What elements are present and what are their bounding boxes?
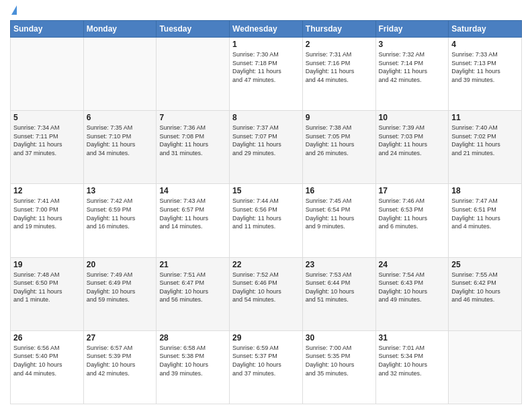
day-number: 10 [379,113,446,122]
day-info: Sunrise: 7:37 AM Sunset: 7:07 PM Dayligh… [232,124,300,157]
calendar-cell: 16Sunrise: 7:45 AM Sunset: 6:54 PM Dayli… [302,184,375,257]
calendar-header-tuesday: Tuesday [157,21,230,38]
calendar-cell: 24Sunrise: 7:54 AM Sunset: 6:43 PM Dayli… [375,257,449,330]
calendar-cell: 27Sunrise: 6:57 AM Sunset: 5:39 PM Dayli… [83,330,157,404]
day-info: Sunrise: 7:48 AM Sunset: 6:50 PM Dayligh… [13,271,81,304]
day-number: 18 [451,186,519,195]
calendar-cell: 12Sunrise: 7:41 AM Sunset: 7:00 PM Dayli… [11,184,84,257]
day-number: 1 [232,40,300,49]
calendar-cell: 22Sunrise: 7:52 AM Sunset: 6:46 PM Dayli… [230,257,303,330]
day-number: 12 [13,186,81,195]
day-info: Sunrise: 7:31 AM Sunset: 7:16 PM Dayligh… [306,50,373,84]
calendar-cell [11,38,84,111]
calendar-header-friday: Friday [375,21,449,38]
day-info: Sunrise: 7:45 AM Sunset: 6:54 PM Dayligh… [306,197,373,230]
calendar-cell: 29Sunrise: 6:59 AM Sunset: 5:37 PM Dayli… [230,330,303,404]
calendar-header-row: SundayMondayTuesdayWednesdayThursdayFrid… [11,21,522,38]
day-number: 15 [232,186,300,195]
day-number: 28 [159,333,226,342]
day-info: Sunrise: 7:41 AM Sunset: 7:00 PM Dayligh… [13,197,81,230]
day-info: Sunrise: 7:01 AM Sunset: 5:34 PM Dayligh… [379,344,446,377]
day-number: 23 [306,260,373,269]
logo-icon [11,5,17,15]
day-number: 24 [379,260,446,269]
calendar-cell: 9Sunrise: 7:38 AM Sunset: 7:05 PM Daylig… [302,111,375,184]
day-info: Sunrise: 7:30 AM Sunset: 7:18 PM Dayligh… [232,50,300,84]
calendar-header-saturday: Saturday [449,21,522,38]
calendar-cell: 17Sunrise: 7:46 AM Sunset: 6:53 PM Dayli… [375,184,449,257]
day-number: 14 [159,186,226,195]
calendar-cell: 28Sunrise: 6:58 AM Sunset: 5:38 PM Dayli… [157,330,230,404]
day-number: 9 [306,113,373,122]
day-info: Sunrise: 6:57 AM Sunset: 5:39 PM Dayligh… [87,344,154,377]
day-info: Sunrise: 7:53 AM Sunset: 6:44 PM Dayligh… [306,271,373,304]
day-number: 6 [87,113,154,122]
day-number: 19 [13,260,81,269]
day-number: 26 [13,333,81,342]
day-number: 17 [379,186,446,195]
day-info: Sunrise: 7:33 AM Sunset: 7:13 PM Dayligh… [451,50,519,84]
calendar-cell: 23Sunrise: 7:53 AM Sunset: 6:44 PM Dayli… [302,257,375,330]
calendar-cell [449,330,522,404]
day-number: 8 [232,113,300,122]
day-number: 4 [451,40,519,49]
day-info: Sunrise: 7:54 AM Sunset: 6:43 PM Dayligh… [379,271,446,304]
day-info: Sunrise: 6:56 AM Sunset: 5:40 PM Dayligh… [13,344,81,377]
header [10,7,522,15]
day-info: Sunrise: 7:49 AM Sunset: 6:49 PM Dayligh… [87,271,154,304]
day-number: 29 [232,333,300,342]
day-info: Sunrise: 7:44 AM Sunset: 6:56 PM Dayligh… [232,197,300,230]
calendar-header-sunday: Sunday [11,21,84,38]
calendar-cell: 8Sunrise: 7:37 AM Sunset: 7:07 PM Daylig… [230,111,303,184]
logo [10,7,17,15]
calendar-cell [157,38,230,111]
day-number: 31 [379,333,446,342]
day-info: Sunrise: 7:47 AM Sunset: 6:51 PM Dayligh… [451,197,519,230]
calendar-week-3: 12Sunrise: 7:41 AM Sunset: 7:00 PM Dayli… [11,184,522,257]
calendar-header-wednesday: Wednesday [230,21,303,38]
calendar-cell: 13Sunrise: 7:42 AM Sunset: 6:59 PM Dayli… [83,184,157,257]
calendar-cell: 26Sunrise: 6:56 AM Sunset: 5:40 PM Dayli… [11,330,84,404]
calendar-cell: 5Sunrise: 7:34 AM Sunset: 7:11 PM Daylig… [11,111,84,184]
calendar-week-5: 26Sunrise: 6:56 AM Sunset: 5:40 PM Dayli… [11,330,522,404]
calendar-cell: 3Sunrise: 7:32 AM Sunset: 7:14 PM Daylig… [375,38,449,111]
calendar-cell: 2Sunrise: 7:31 AM Sunset: 7:16 PM Daylig… [302,38,375,111]
calendar: SundayMondayTuesdayWednesdayThursdayFrid… [10,20,522,404]
day-info: Sunrise: 7:55 AM Sunset: 6:42 PM Dayligh… [451,271,519,304]
calendar-cell: 7Sunrise: 7:36 AM Sunset: 7:08 PM Daylig… [157,111,230,184]
day-info: Sunrise: 7:43 AM Sunset: 6:57 PM Dayligh… [159,197,226,230]
calendar-header-monday: Monday [83,21,157,38]
day-info: Sunrise: 7:51 AM Sunset: 6:47 PM Dayligh… [159,271,226,304]
calendar-cell: 20Sunrise: 7:49 AM Sunset: 6:49 PM Dayli… [83,257,157,330]
day-number: 7 [159,113,226,122]
day-number: 13 [87,186,154,195]
day-number: 3 [379,40,446,49]
day-number: 21 [159,260,226,269]
day-info: Sunrise: 7:46 AM Sunset: 6:53 PM Dayligh… [379,197,446,230]
calendar-cell: 18Sunrise: 7:47 AM Sunset: 6:51 PM Dayli… [449,184,522,257]
day-info: Sunrise: 7:36 AM Sunset: 7:08 PM Dayligh… [159,124,226,157]
day-number: 27 [87,333,154,342]
calendar-cell: 14Sunrise: 7:43 AM Sunset: 6:57 PM Dayli… [157,184,230,257]
day-number: 22 [232,260,300,269]
calendar-week-2: 5Sunrise: 7:34 AM Sunset: 7:11 PM Daylig… [11,111,522,184]
day-info: Sunrise: 7:35 AM Sunset: 7:10 PM Dayligh… [87,124,154,157]
day-info: Sunrise: 7:00 AM Sunset: 5:35 PM Dayligh… [306,344,373,377]
day-info: Sunrise: 7:34 AM Sunset: 7:11 PM Dayligh… [13,124,81,157]
day-info: Sunrise: 6:58 AM Sunset: 5:38 PM Dayligh… [159,344,226,377]
day-info: Sunrise: 7:52 AM Sunset: 6:46 PM Dayligh… [232,271,300,304]
calendar-week-1: 1Sunrise: 7:30 AM Sunset: 7:18 PM Daylig… [11,38,522,111]
day-info: Sunrise: 6:59 AM Sunset: 5:37 PM Dayligh… [232,344,300,377]
calendar-cell: 30Sunrise: 7:00 AM Sunset: 5:35 PM Dayli… [302,330,375,404]
day-number: 20 [87,260,154,269]
calendar-cell: 10Sunrise: 7:39 AM Sunset: 7:03 PM Dayli… [375,111,449,184]
day-info: Sunrise: 7:42 AM Sunset: 6:59 PM Dayligh… [87,197,154,230]
day-number: 2 [306,40,373,49]
day-info: Sunrise: 7:40 AM Sunset: 7:02 PM Dayligh… [451,124,519,157]
calendar-cell: 1Sunrise: 7:30 AM Sunset: 7:18 PM Daylig… [230,38,303,111]
calendar-cell: 25Sunrise: 7:55 AM Sunset: 6:42 PM Dayli… [449,257,522,330]
day-info: Sunrise: 7:39 AM Sunset: 7:03 PM Dayligh… [379,124,446,157]
calendar-cell [83,38,157,111]
calendar-header-thursday: Thursday [302,21,375,38]
day-number: 16 [306,186,373,195]
